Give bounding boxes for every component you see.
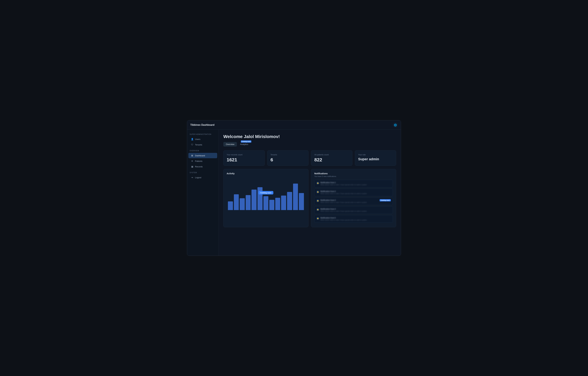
notification-text-3: When doctor visits to order 4 have speci… bbox=[320, 210, 391, 212]
bottom-grid: Activity Coming soon Notifications You h… bbox=[223, 169, 396, 227]
system-section-label: System bbox=[187, 172, 219, 174]
stat-records-label: Your records count bbox=[227, 154, 262, 156]
super-admin-section-label: Super administration bbox=[187, 133, 219, 135]
patients-icon: ✛ bbox=[191, 160, 193, 162]
notification-item-0[interactable]: 🔔Notification from 1When doctor visits t… bbox=[314, 180, 393, 187]
bar-11 bbox=[293, 184, 298, 210]
notification-text-1: When doctor visits to order 2 have speci… bbox=[320, 193, 391, 194]
stat-card-patients: All patients count 822 bbox=[311, 150, 352, 166]
notifications-card: Notifications You have 5 new notificatio… bbox=[311, 169, 396, 227]
activity-card: Activity Coming soon bbox=[223, 169, 308, 227]
notification-item-3[interactable]: 🔔Notification from 4When doctor visits t… bbox=[314, 206, 393, 214]
stat-role-value: Super admin bbox=[358, 157, 393, 161]
stats-grid: Your records count 1621 Tenants 6 All pa… bbox=[223, 150, 396, 166]
bar-col-3 bbox=[246, 195, 251, 210]
bar-col-4 bbox=[252, 189, 257, 210]
sidebar-item-tenants[interactable]: 🛡 Tenants bbox=[189, 142, 217, 147]
bar-5 bbox=[257, 187, 262, 210]
notification-text-0: When doctor visits to order 1 have speci… bbox=[320, 184, 391, 186]
notification-badge-2: Coming soon bbox=[380, 199, 391, 201]
bar-col-1 bbox=[234, 194, 239, 210]
stat-card-tenants: Tenants 6 bbox=[267, 150, 309, 166]
records-icon: ▦ bbox=[191, 165, 193, 168]
sidebar-item-dashboard-label: Dashboard bbox=[195, 155, 205, 157]
main-layout: Super administration 👤 Users 🛡 Tenants O… bbox=[187, 130, 401, 256]
notification-content-2: Notification from 3When doctor visits to… bbox=[320, 199, 378, 203]
bar-col-6 bbox=[263, 196, 269, 210]
welcome-title: Welcome Jalol Mirislomov! bbox=[223, 134, 396, 139]
stat-records-value: 1621 bbox=[227, 157, 262, 163]
tab-analytics-label: Analytics bbox=[240, 143, 248, 145]
notification-content-4: Notification from 5When doctor visits to… bbox=[320, 217, 391, 221]
sidebar-item-records-label: Records bbox=[195, 166, 203, 168]
notification-text-4: When doctor visits to order 5 have speci… bbox=[320, 219, 391, 221]
tab-bar: Overview Analytics Coming soon bbox=[223, 142, 396, 146]
notification-item-1[interactable]: 🔔Notification from 2When doctor visits t… bbox=[314, 189, 393, 196]
notification-icon-1: 🔔 bbox=[316, 190, 319, 193]
overview-section-label: Overview bbox=[187, 150, 219, 152]
stat-tenants-label: Tenants bbox=[271, 154, 305, 156]
notification-icon-0: 🔔 bbox=[316, 182, 319, 185]
stat-tenants-value: 6 bbox=[271, 157, 305, 163]
tab-overview[interactable]: Overview bbox=[223, 142, 237, 146]
stat-card-records: Your records count 1621 bbox=[223, 150, 265, 166]
top-bar: Tibbinex Dashboard 🌐 bbox=[187, 120, 401, 130]
sidebar-item-patients-label: Patients bbox=[195, 160, 202, 162]
notification-title-4: Notification from 5 bbox=[320, 217, 391, 219]
notifications-title: Notifications bbox=[314, 172, 393, 175]
notifications-subtitle: You have 5 new notifications bbox=[314, 175, 393, 177]
bar-col-5 bbox=[257, 187, 262, 210]
notification-icon-3: 🔔 bbox=[316, 208, 319, 211]
dashboard-icon: ⊞ bbox=[191, 154, 193, 157]
tab-analytics[interactable]: Analytics Coming soon bbox=[238, 142, 251, 146]
sidebar-item-users-label: Users bbox=[195, 138, 200, 140]
bar-8 bbox=[275, 198, 280, 210]
notification-content-0: Notification from 1When doctor visits to… bbox=[320, 182, 391, 186]
tenants-icon: 🛡 bbox=[191, 144, 193, 146]
bar-6 bbox=[263, 196, 269, 210]
activity-title: Activity bbox=[227, 172, 305, 175]
sidebar-item-records[interactable]: ▦ Records bbox=[189, 164, 217, 169]
logout-icon: ⇒ bbox=[191, 176, 193, 179]
app-title: Tibbinex Dashboard bbox=[190, 123, 215, 126]
sidebar-item-users[interactable]: 👤 Users bbox=[189, 136, 217, 142]
sidebar-item-patients[interactable]: ✛ Patients bbox=[189, 158, 217, 164]
notification-icon-2: 🔔 bbox=[316, 199, 319, 202]
notification-item-2[interactable]: 🔔Notification from 3When doctor visits t… bbox=[314, 198, 393, 205]
bar-1 bbox=[234, 194, 239, 210]
notification-title-1: Notification from 2 bbox=[320, 190, 391, 192]
bar-col-12 bbox=[299, 193, 304, 210]
bar-col-11 bbox=[293, 184, 298, 210]
notifications-list: 🔔Notification from 1When doctor visits t… bbox=[314, 180, 393, 223]
bar-12 bbox=[299, 193, 304, 210]
bar-col-2 bbox=[240, 198, 245, 210]
notification-content-3: Notification from 4When doctor visits to… bbox=[320, 208, 391, 212]
sidebar-item-tenants-label: Tenants bbox=[195, 144, 202, 146]
notification-title-0: Notification from 1 bbox=[320, 182, 391, 183]
sidebar-item-logout-label: Logout bbox=[195, 176, 201, 179]
notification-title-2: Notification from 3 bbox=[320, 199, 378, 201]
stat-role-label: Your role bbox=[358, 154, 393, 156]
activity-chart: Coming soon bbox=[227, 175, 305, 210]
notification-item-4[interactable]: 🔔Notification from 5When doctor visits t… bbox=[314, 215, 393, 223]
sidebar-item-dashboard[interactable]: ⊞ Dashboard bbox=[189, 153, 217, 158]
bar-10 bbox=[287, 192, 292, 210]
globe-button[interactable]: 🌐 bbox=[393, 122, 398, 127]
bar-7 bbox=[269, 200, 274, 210]
notification-icon-4: 🔔 bbox=[316, 217, 319, 220]
bar-col-7 bbox=[269, 200, 274, 210]
bar-9 bbox=[281, 196, 286, 210]
stat-patients-label: All patients count bbox=[314, 154, 349, 156]
activity-coming-soon-overlay: Coming soon bbox=[258, 191, 273, 194]
bar-col-10 bbox=[287, 192, 292, 210]
content-area: Welcome Jalol Mirislomov! Overview Analy… bbox=[219, 130, 401, 256]
bar-4 bbox=[252, 189, 257, 210]
notification-text-2: When doctor visits to order 3 have speci… bbox=[320, 201, 378, 203]
users-icon: 👤 bbox=[191, 138, 193, 140]
sidebar-item-logout[interactable]: ⇒ Logout bbox=[189, 175, 217, 180]
bar-2 bbox=[240, 198, 245, 210]
notification-title-3: Notification from 4 bbox=[320, 208, 391, 210]
bar-col-9 bbox=[281, 196, 286, 210]
analytics-coming-soon-badge: Coming soon bbox=[241, 140, 252, 143]
app-window: Tibbinex Dashboard 🌐 Super administratio… bbox=[187, 120, 401, 256]
